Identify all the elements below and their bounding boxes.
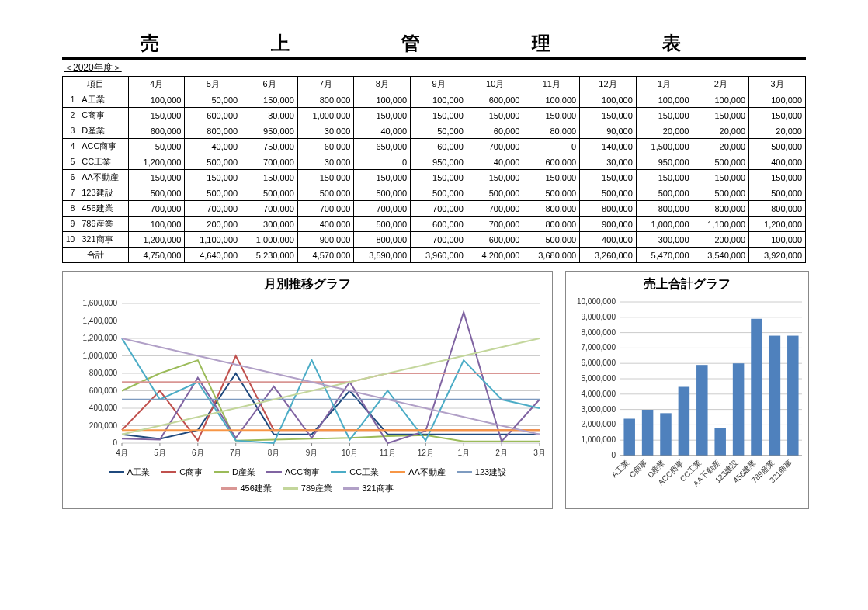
cell-value: 100,000 <box>749 92 806 108</box>
svg-text:600,000: 600,000 <box>89 386 118 395</box>
svg-text:2月: 2月 <box>495 449 508 457</box>
cell-value: 500,000 <box>749 139 806 154</box>
cell-value: 500,000 <box>185 185 241 201</box>
cell-value: 500,000 <box>467 185 523 201</box>
svg-text:1,600,000: 1,600,000 <box>83 299 118 307</box>
cell-value: 500,000 <box>185 154 241 170</box>
cell-value: 30,000 <box>580 154 637 170</box>
total-value: 5,230,000 <box>241 248 298 263</box>
cell-value: 500,000 <box>693 185 749 201</box>
svg-rect-68 <box>696 365 708 456</box>
svg-rect-71 <box>751 319 762 456</box>
cell-value: 950,000 <box>411 154 467 170</box>
svg-text:1,000,000: 1,000,000 <box>582 435 616 444</box>
cell-value: 600,000 <box>467 232 523 248</box>
cell-value: 650,000 <box>354 139 411 154</box>
cell-value: 800,000 <box>580 201 637 217</box>
cell-value: 150,000 <box>411 108 467 123</box>
svg-rect-66 <box>660 413 672 456</box>
sales-table: 項目4月5月6月7月8月9月10月11月12月1月2月3月 1A工業100,00… <box>62 76 806 263</box>
cell-value: 700,000 <box>297 201 354 217</box>
cell-value: 300,000 <box>241 217 298 232</box>
svg-text:200,000: 200,000 <box>89 421 118 430</box>
cell-value: 800,000 <box>354 232 411 248</box>
total-value: 5,470,000 <box>636 248 693 263</box>
legend-label: 321商事 <box>362 483 393 494</box>
svg-text:9月: 9月 <box>306 449 318 457</box>
svg-rect-65 <box>642 410 654 456</box>
row-index: 2 <box>63 108 78 123</box>
svg-text:400,000: 400,000 <box>89 404 118 412</box>
legend-swatch <box>161 471 176 473</box>
cell-value: 50,000 <box>185 92 241 108</box>
legend-label: A工業 <box>127 466 150 478</box>
row-index: 3 <box>63 123 78 139</box>
cell-value: 40,000 <box>354 123 411 139</box>
svg-text:1,200,000: 1,200,000 <box>83 334 118 342</box>
cell-value: 40,000 <box>467 154 523 170</box>
cell-value: 30,000 <box>297 154 354 170</box>
cell-value: 140,000 <box>580 139 637 154</box>
cell-value: 100,000 <box>411 92 467 108</box>
svg-text:5月: 5月 <box>154 449 166 457</box>
row-name: A工業 <box>78 92 129 108</box>
cell-value: 400,000 <box>749 154 806 170</box>
col-header-month: 12月 <box>580 77 637 92</box>
cell-value: 600,000 <box>411 217 467 232</box>
row-name: CC工業 <box>78 154 129 170</box>
cell-value: 150,000 <box>636 108 693 123</box>
legend-swatch <box>331 471 346 473</box>
row-name: 123建設 <box>78 185 129 201</box>
cell-value: 800,000 <box>523 217 580 232</box>
cell-value: 800,000 <box>749 201 806 217</box>
table-row: 6AA不動産150,000150,000150,000150,000150,00… <box>63 170 806 185</box>
row-name: 789産業 <box>78 217 129 232</box>
table-row: 8456建業700,000700,000700,000700,000700,00… <box>63 201 806 217</box>
cell-value: 30,000 <box>297 123 354 139</box>
cell-value: 800,000 <box>185 123 241 139</box>
legend-swatch <box>221 487 237 490</box>
svg-text:10月: 10月 <box>342 449 358 457</box>
col-header-month: 7月 <box>297 77 354 92</box>
cell-value: 150,000 <box>241 92 298 108</box>
cell-value: 1,200,000 <box>749 217 806 232</box>
cell-value: 100,000 <box>523 92 580 108</box>
cell-value: 60,000 <box>297 139 354 154</box>
cell-value: 500,000 <box>749 185 806 201</box>
row-index: 9 <box>63 217 78 232</box>
cell-value: 150,000 <box>128 170 185 185</box>
cell-value: 150,000 <box>128 108 185 123</box>
cell-value: 1,200,000 <box>128 154 185 170</box>
legend-label: D産業 <box>232 466 255 478</box>
cell-value: 700,000 <box>411 201 467 217</box>
cell-value: 800,000 <box>523 201 580 217</box>
cell-value: 150,000 <box>693 108 749 123</box>
cell-value: 40,000 <box>185 139 241 154</box>
svg-text:0: 0 <box>113 438 117 447</box>
row-name: 456建業 <box>78 201 129 217</box>
col-header-item: 項目 <box>63 77 129 92</box>
legend-label: 123建設 <box>475 466 506 478</box>
cell-value: 90,000 <box>580 123 637 139</box>
cell-value: 600,000 <box>523 154 580 170</box>
cell-value: 500,000 <box>354 185 411 201</box>
row-index: 1 <box>63 92 78 108</box>
cell-value: 1,100,000 <box>185 232 241 248</box>
col-header-month: 4月 <box>128 77 185 92</box>
row-index: 8 <box>63 201 78 217</box>
svg-text:7月: 7月 <box>230 449 242 457</box>
cell-value: 150,000 <box>749 108 806 123</box>
legend-item: AA不動産 <box>390 466 446 478</box>
svg-text:7,000,000: 7,000,000 <box>582 343 616 352</box>
cell-value: 100,000 <box>128 92 185 108</box>
legend-item: C商事 <box>161 466 203 478</box>
cell-value: 150,000 <box>241 170 298 185</box>
cell-value: 150,000 <box>580 108 637 123</box>
svg-text:4,000,000: 4,000,000 <box>582 390 616 398</box>
cell-value: 0 <box>354 154 411 170</box>
legend-item: CC工業 <box>331 466 379 478</box>
row-name: ACC商事 <box>78 139 129 154</box>
cell-value: 20,000 <box>636 123 693 139</box>
cell-value: 950,000 <box>241 123 298 139</box>
legend-swatch <box>390 471 405 473</box>
